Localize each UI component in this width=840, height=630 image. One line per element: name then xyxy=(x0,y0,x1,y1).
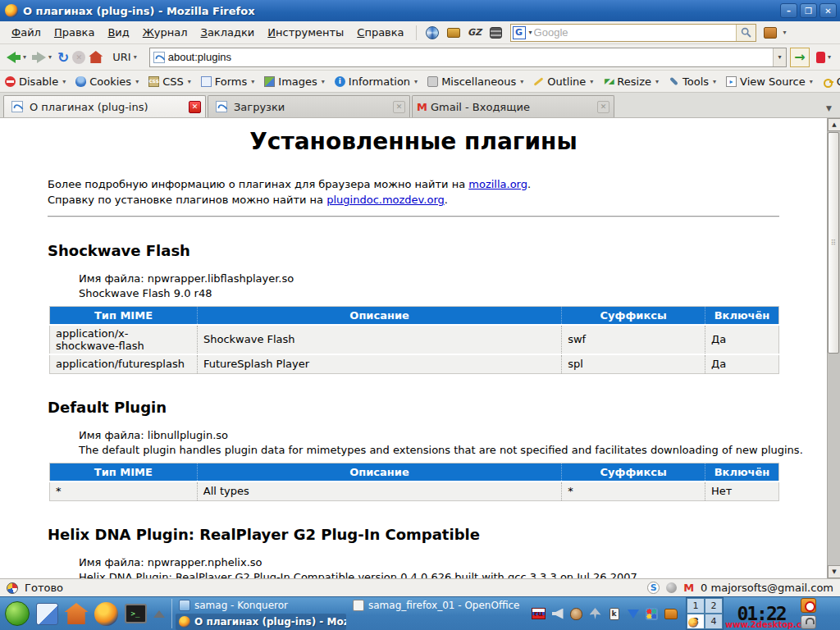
dropdown-arrow-icon[interactable]: ▾ xyxy=(655,78,659,85)
logout-button[interactable] xyxy=(801,598,816,613)
tab-close-icon[interactable]: ✕ xyxy=(393,101,405,113)
maximize-button[interactable]: ❐ xyxy=(800,3,817,18)
clock-applet[interactable]: 01:22 www.2desktop.c xyxy=(724,597,799,630)
extension-icon[interactable]: ▾ xyxy=(816,52,833,63)
devbar-item-cookies[interactable]: Cookies▾ xyxy=(75,75,141,88)
stop-button[interactable]: ✕ xyxy=(72,51,85,64)
pager-desktop-2[interactable]: 2 xyxy=(705,598,723,614)
home-button[interactable] xyxy=(89,51,103,63)
menu-item-3[interactable]: Журнал xyxy=(136,24,194,41)
search-input[interactable] xyxy=(534,26,736,39)
devbar-item-outline[interactable]: Outline▾ xyxy=(533,75,596,88)
minimize-button[interactable]: – xyxy=(780,3,797,18)
lock-screen-button[interactable] xyxy=(801,615,816,629)
firefox-launcher[interactable] xyxy=(93,600,119,627)
tab-list-dropdown[interactable]: ▼ xyxy=(826,104,837,117)
kmenu-suse-button[interactable] xyxy=(4,600,30,627)
devbar-item-disable[interactable]: Disable▾ xyxy=(5,75,68,88)
skype-status-icon[interactable]: S xyxy=(647,582,660,594)
search-engine-dropdown[interactable]: ▾ xyxy=(527,29,534,36)
menu-item-2[interactable]: Вид xyxy=(101,24,135,41)
go-button[interactable]: → xyxy=(790,48,810,67)
volume-icon[interactable] xyxy=(550,607,564,620)
tab-1[interactable]: Загрузки✕ xyxy=(208,95,410,117)
download-arrow-icon[interactable] xyxy=(626,607,640,620)
devbar-item-tools[interactable]: Tools▾ xyxy=(669,75,719,88)
forward-dropdown[interactable]: ▾ xyxy=(48,53,52,61)
adblock-status-icon[interactable] xyxy=(666,582,677,593)
devbar-item-miscellaneous[interactable]: Miscellaneous▾ xyxy=(427,75,526,88)
server-stack-icon[interactable] xyxy=(489,26,504,39)
scroll-up-button[interactable]: ▲ xyxy=(828,118,840,131)
vertical-scrollbar[interactable]: ▲ ▼ xyxy=(827,118,840,578)
package-icon[interactable] xyxy=(763,26,778,39)
extension-dropdown[interactable]: ▾ xyxy=(828,53,831,61)
dropdown-arrow-icon[interactable]: ▾ xyxy=(414,78,418,85)
tab-close-icon[interactable]: ✕ xyxy=(189,101,201,113)
dropdown-arrow-icon[interactable]: ▾ xyxy=(520,78,523,85)
dropdown-arrow-icon[interactable]: ▾ xyxy=(188,78,191,85)
pager-desktop-3[interactable]: 3 xyxy=(687,614,705,629)
devbar-item-css[interactable]: cssCSS▾ xyxy=(148,75,194,88)
dropdown-arrow-icon[interactable]: ▾ xyxy=(810,78,813,85)
devbar-item-view-source[interactable]: ▸View Source▾ xyxy=(726,75,815,88)
wallet-icon[interactable] xyxy=(664,607,678,620)
devbar-item-forms[interactable]: Forms▾ xyxy=(201,75,258,88)
dropdown-arrow-icon[interactable]: ▾ xyxy=(322,78,325,85)
intro-link-1[interactable]: plugindoc.mozdev.org xyxy=(326,194,445,206)
menu-item-6[interactable]: Справка xyxy=(350,24,410,41)
taskbar-task-0[interactable]: samag - Konqueror xyxy=(176,597,346,614)
devbar-item-options[interactable]: Options▾ xyxy=(823,75,840,88)
messenger-icon[interactable] xyxy=(645,607,659,620)
dropdown-arrow-icon[interactable]: ▾ xyxy=(62,78,66,85)
tab-bar: О плагинах (plug-ins)✕Загрузки✕MGmail - … xyxy=(0,93,840,118)
home-folder-launcher[interactable] xyxy=(63,600,89,627)
terminal-launcher[interactable]: >_ xyxy=(122,600,148,627)
pager-desktop-4[interactable]: 4 xyxy=(705,614,723,629)
konqueror-icon xyxy=(179,600,190,611)
notes-launcher[interactable] xyxy=(34,600,60,627)
scrollbar-thumb[interactable] xyxy=(828,132,839,354)
uri-dropdown-button[interactable]: URI▾ xyxy=(112,51,139,63)
back-dropdown[interactable]: ▾ xyxy=(23,53,26,61)
panel-hide-arrow[interactable] xyxy=(153,610,165,618)
taskbar-task-2[interactable]: О плагинах (plug-ins) - Mozilla xyxy=(176,614,346,630)
intro-link-0[interactable]: mozilla.org xyxy=(468,178,527,190)
devbar-item-information[interactable]: iInformation▾ xyxy=(335,75,420,88)
title-bar[interactable]: О плагинах (plug-ins) - Mozilla Firefox … xyxy=(0,0,840,21)
dropdown-arrow-icon[interactable]: ▾ xyxy=(713,78,716,85)
dropdown-arrow-icon[interactable]: ▾ xyxy=(135,78,139,85)
forward-button[interactable]: ▾ xyxy=(32,52,54,63)
package-dropdown[interactable]: ▾ xyxy=(783,29,787,36)
clock-globe-icon[interactable] xyxy=(425,26,440,39)
watchdog-icon[interactable] xyxy=(569,607,583,620)
tab-close-icon[interactable]: ✕ xyxy=(597,101,609,113)
address-history-dropdown[interactable]: ▾ xyxy=(773,48,786,66)
back-button[interactable]: ▾ xyxy=(7,52,29,63)
taskbar-task-1[interactable]: samag_firefox_01 - OpenOffice xyxy=(349,597,520,614)
gz-extension-icon[interactable]: GZ xyxy=(468,26,482,39)
menu-item-1[interactable]: Правка xyxy=(48,24,101,41)
dropdown-arrow-icon[interactable]: ▾ xyxy=(590,78,593,85)
tab-0[interactable]: О плагинах (plug-ins)✕ xyxy=(3,95,206,117)
dropdown-arrow-icon[interactable]: ▾ xyxy=(251,78,254,85)
devbar-item-images[interactable]: Images▾ xyxy=(264,75,327,88)
reload-button[interactable]: ↻ xyxy=(57,51,69,64)
klipper-icon[interactable]: k xyxy=(607,607,621,620)
google-engine-icon[interactable]: G xyxy=(513,26,526,39)
network-monitor-icon[interactable] xyxy=(588,607,602,620)
search-go-button[interactable] xyxy=(736,25,756,41)
pager-desktop-1[interactable]: 1 xyxy=(687,598,705,614)
close-button[interactable]: ✕ xyxy=(819,3,837,18)
scroll-down-button[interactable]: ▼ xyxy=(828,565,840,578)
address-input[interactable] xyxy=(168,51,773,63)
menu-item-5[interactable]: Инструменты xyxy=(261,24,350,41)
keyboard-layout-flag-icon[interactable]: ru xyxy=(532,607,546,620)
chest-icon[interactable] xyxy=(446,26,461,39)
menu-item-4[interactable]: Закладки xyxy=(194,24,262,41)
tab-2[interactable]: MGmail - Входящие✕ xyxy=(412,95,614,117)
menu-item-0[interactable]: Файл xyxy=(5,24,48,41)
foxclocks-icon[interactable] xyxy=(7,582,18,594)
gmail-notifier-icon[interactable]: M xyxy=(683,582,694,594)
devbar-item-resize[interactable]: ◤◢Resize▾ xyxy=(603,75,661,88)
